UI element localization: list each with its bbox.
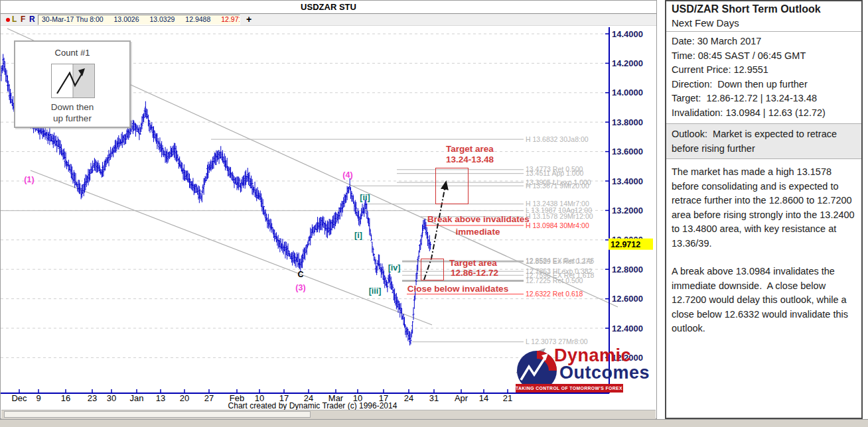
status-dot-icon [6, 18, 10, 22]
wave-label: (4) [342, 170, 352, 180]
svg-text:12.4000: 12.4000 [612, 324, 643, 334]
panel-paragraph: The market has made a high 13.1578 befor… [672, 165, 856, 251]
panel-fields: Date: 30 March 2017Time: 08:45 SAST / 06… [666, 32, 861, 123]
window-bottom-edge [0, 419, 868, 427]
horizontal-scrollbar[interactable] [1, 410, 656, 419]
panel-field: Target: 12.86-12.72 | 13.24-13.48 [672, 91, 856, 106]
wave-label: (1) [24, 175, 34, 184]
logo-tagline: TAKING CONTROL OF TOMORROW'S FOREX TODAY [516, 384, 623, 393]
toolbar-button-l[interactable]: L [12, 15, 17, 25]
outlook-panel: USD/ZAR Short Term Outlook Next Few Days… [665, 0, 863, 419]
chart-title-bar: USDZAR STU [1, 1, 656, 14]
svg-text:H 13.1578 29Mr12:00: H 13.1578 29Mr12:00 [526, 212, 593, 220]
chart-title: USDZAR STU [301, 2, 356, 12]
svg-text:12.9712: 12.9712 [611, 240, 640, 249]
svg-text:13.4511 App 1.000: 13.4511 App 1.000 [526, 169, 584, 177]
annotation-lower-target-2: 12.86-12.72 [445, 268, 504, 278]
quote-datetime: 30-Mar-17 Thu 8:00 [42, 15, 104, 23]
annotation-upper-target: Target area 13.24-13.48 [431, 144, 509, 165]
wave-label: [iii] [369, 286, 382, 296]
panel-field: Date: 30 March 2017 [672, 34, 856, 49]
quote-bar: 30-Mar-17 Thu 8:00 13.0026 13.0329 12.94… [38, 15, 240, 25]
annotation-close-below: Close below invalidates [403, 284, 513, 294]
annotation-break-above: Break above invalidates [427, 214, 528, 225]
scrollbar-thumb[interactable] [4, 411, 311, 418]
svg-text:13.2000: 13.2000 [612, 206, 643, 215]
svg-text:L 12.3073 27Mr8:00: L 12.3073 27Mr8:00 [526, 337, 588, 345]
svg-text:12.8000: 12.8000 [612, 265, 643, 274]
level-labels: H 13.6832 30Ja8:0013.4773 Ret 0.50013.45… [526, 135, 594, 345]
quote-low: 12.9488 [185, 15, 210, 23]
svg-text:12.8529 Ex Ret 0.272: 12.8529 Ex Ret 0.272 [526, 257, 593, 265]
logo: Dynamic Outcomes TAKING CONTROL OF TOMOR… [513, 345, 627, 393]
svg-text:14.0000: 14.0000 [612, 88, 643, 97]
current-price-tag: 12.9712 [609, 239, 653, 250]
annotation-break-above-2: immediate [427, 227, 528, 237]
target-box-lower [421, 259, 444, 280]
count-annotation-box: Count #1 Down then up further [14, 40, 131, 128]
quote-last: 12.9712 [221, 15, 240, 23]
svg-text:12.6000: 12.6000 [612, 294, 643, 304]
target-box-upper [435, 168, 469, 204]
annotation-line: 13.24-13.48 [431, 154, 509, 165]
count-title: Count #1 [15, 48, 129, 58]
panel-outlook: Outlook: Market is expected to retrace b… [666, 123, 861, 159]
svg-text:H 13.6832 30Ja8:00: H 13.6832 30Ja8:00 [526, 135, 589, 143]
panel-body: The market has made a high 13.1578 befor… [666, 159, 861, 356]
wave-label: (3) [295, 283, 305, 292]
panel-title: USD/ZAR Short Term Outlook [672, 3, 856, 15]
panel-field: Time: 08:45 SAST / 06:45 GMT [672, 49, 856, 64]
svg-text:13.8000: 13.8000 [612, 117, 643, 127]
chart-panel: H 13.6832 30Ja8:0013.4773 Ret 0.50013.45… [0, 0, 657, 419]
panel-field: Direction: Down then up further [672, 78, 856, 92]
zigzag-pattern-icon [51, 64, 95, 98]
quote-high: 13.0329 [149, 15, 175, 23]
y-axis-labels: 14.400014.200014.000013.800013.600013.40… [605, 29, 643, 363]
count-caption: Down then up further [15, 101, 129, 124]
wave-label: C [297, 270, 303, 279]
svg-text:H 13.3671 9Mr20:00: H 13.3671 9Mr20:00 [526, 182, 589, 190]
plus-button[interactable]: + [246, 14, 252, 25]
panel-paragraph: A break above 13.0984 invalidates the im… [672, 265, 856, 336]
annotation-line: Target area [431, 144, 509, 154]
svg-text:14.4000: 14.4000 [612, 29, 643, 39]
toolbar-button-r[interactable]: R [29, 15, 35, 25]
panel-subtitle: Next Few Days [672, 17, 856, 29]
panel-field: Invalidation: 13.0984 | 12.63 (12.72) [672, 106, 856, 121]
svg-text:H 13.0984 30Mr4:00: H 13.0984 30Mr4:00 [526, 221, 589, 229]
panel-field: Current Price: 12.9551 [672, 63, 856, 78]
trading-app-window: H 13.6832 30Ja8:0013.4773 Ret 0.50013.45… [0, 0, 868, 427]
svg-text:14.2000: 14.2000 [612, 58, 643, 68]
chart-toolbar: L F R 30-Mar-17 Thu 8:00 13.0026 13.0329… [1, 14, 656, 26]
svg-text:12.7225 Ret 0.500: 12.7225 Ret 0.500 [526, 276, 583, 284]
annotation-lower-target: Target area [445, 258, 501, 269]
wave-label: [iv] [388, 263, 401, 273]
svg-text:13.4000: 13.4000 [612, 176, 643, 186]
svg-text:12.6322 Ret 0.618: 12.6322 Ret 0.618 [526, 290, 583, 298]
svg-text:13.6000: 13.6000 [612, 147, 643, 156]
quote-open: 13.0026 [114, 15, 139, 23]
wave-label: [i] [354, 231, 362, 240]
logo-word-outcomes: Outcomes [559, 363, 650, 383]
wave-label: [ii] [360, 193, 370, 202]
chart-credit: Chart created by Dynamic Trader (c) 1996… [1, 401, 624, 410]
panel-header: USD/ZAR Short Term Outlook Next Few Days [666, 1, 861, 32]
toolbar-button-f[interactable]: F [21, 15, 25, 25]
